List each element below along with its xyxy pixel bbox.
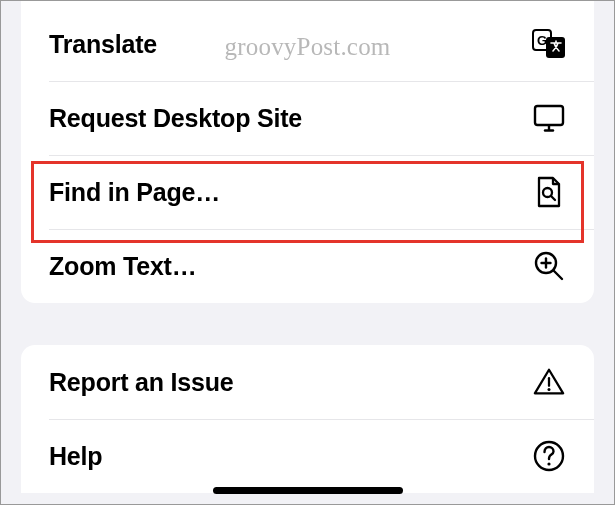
menu-group-1: Translate G Request Desktop Site Find in… (21, 1, 594, 303)
menu-item-translate[interactable]: Translate G (21, 7, 594, 81)
menu-item-help[interactable]: Help (21, 419, 594, 493)
desktop-icon (532, 101, 566, 135)
menu-item-zoom-text[interactable]: Zoom Text… (21, 229, 594, 303)
menu-item-label: Request Desktop Site (49, 104, 302, 133)
svg-line-9 (554, 271, 563, 280)
translate-icon: G (532, 27, 566, 61)
svg-rect-3 (535, 106, 563, 125)
svg-point-15 (547, 462, 550, 465)
menu-item-report-issue[interactable]: Report an Issue (21, 345, 594, 419)
menu-item-label: Zoom Text… (49, 252, 197, 281)
menu-item-label: Help (49, 442, 102, 471)
home-indicator[interactable] (213, 487, 403, 494)
svg-line-7 (551, 196, 555, 200)
menu-group-2: Report an Issue Help (21, 345, 594, 493)
help-icon (532, 439, 566, 473)
warning-icon (532, 365, 566, 399)
svg-point-13 (547, 388, 550, 391)
menu-item-label: Translate (49, 30, 157, 59)
zoom-in-icon (532, 249, 566, 283)
menu-item-request-desktop-site[interactable]: Request Desktop Site (21, 81, 594, 155)
menu-item-label: Find in Page… (49, 178, 220, 207)
find-in-page-icon (532, 175, 566, 209)
svg-text:G: G (537, 33, 547, 48)
menu-item-find-in-page[interactable]: Find in Page… (21, 155, 594, 229)
menu-item-label: Report an Issue (49, 368, 234, 397)
